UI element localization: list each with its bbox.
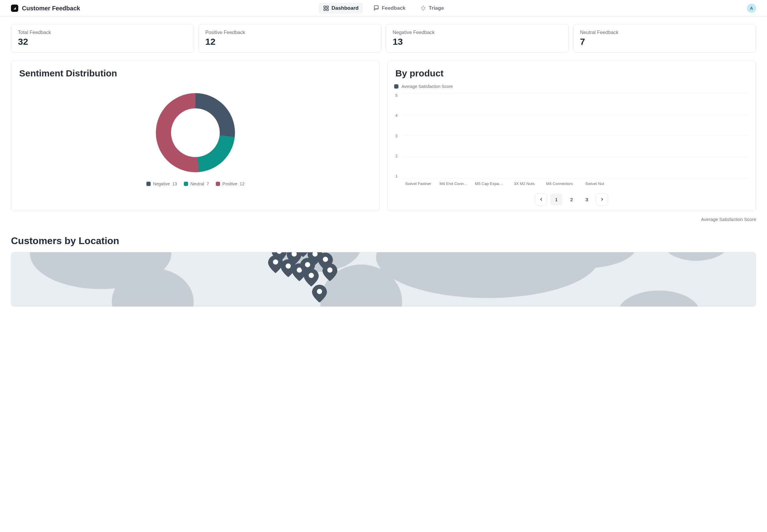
legend-count: 7 <box>207 181 209 186</box>
x-tick-label: M5 Cap Expa… <box>474 181 504 186</box>
page-number-button[interactable]: 1 <box>550 193 562 205</box>
stat-neutral-feedback: Neutral Feedback 7 <box>573 24 756 53</box>
tab-dashboard[interactable]: Dashboard <box>319 3 363 14</box>
donut <box>156 93 235 172</box>
legend-count: 12 <box>240 181 245 186</box>
chevron-right-icon <box>600 197 604 202</box>
svg-point-20 <box>305 262 310 267</box>
legend-swatch <box>146 182 151 186</box>
stat-value: 32 <box>18 37 187 47</box>
x-tick-label: 3X M2 Nuts <box>509 181 539 186</box>
legend-label: Positive <box>222 181 237 186</box>
bars <box>402 93 749 178</box>
svg-point-25 <box>327 268 332 273</box>
y-tick: 1 <box>395 174 398 178</box>
chevron-left-icon <box>539 197 544 202</box>
tab-label: Feedback <box>382 5 405 11</box>
brand: Customer Feedback <box>11 5 80 12</box>
main-tabs: Dashboard Feedback Triage <box>319 3 448 14</box>
legend-label: Average Satisfaction Score <box>401 84 453 89</box>
world-map <box>11 252 756 306</box>
stat-label: Negative Feedback <box>393 30 562 35</box>
x-tick-label: M4 Connectors <box>544 181 575 186</box>
plot-area <box>402 93 749 178</box>
legend-item: Negative13 <box>146 181 177 186</box>
x-tick-label: M4 End Conn… <box>438 181 469 186</box>
stat-label: Positive Feedback <box>205 30 375 35</box>
svg-rect-3 <box>327 9 328 11</box>
stat-value: 13 <box>393 37 562 47</box>
x-tick-label: Swivel Nut <box>580 181 610 186</box>
tab-triage[interactable]: Triage <box>416 3 448 14</box>
avatar-initial: A <box>750 6 753 11</box>
chat-icon <box>373 5 379 11</box>
x-axis-labels: Swivel FastnerM4 End Conn…M5 Cap Expa…3X… <box>402 178 749 186</box>
stat-label: Total Feedback <box>18 30 187 35</box>
panel-title: Sentiment Distribution <box>19 68 372 79</box>
legend-label: Negative <box>153 181 170 186</box>
legend-item: Neutral7 <box>184 181 209 186</box>
app-title: Customer Feedback <box>22 5 80 12</box>
svg-point-16 <box>285 263 291 268</box>
stat-positive-feedback: Positive Feedback 12 <box>198 24 382 53</box>
by-product-panel: By product Average Satisfaction Score 54… <box>387 61 756 211</box>
panel-row: Sentiment Distribution Negative13Neutral… <box>11 61 756 211</box>
map-card[interactable] <box>11 252 756 307</box>
y-tick: 3 <box>395 134 398 138</box>
app-header: Customer Feedback Dashboard Feedback Tri… <box>0 0 767 17</box>
legend-swatch <box>184 182 188 186</box>
dashboard-icon <box>323 5 329 11</box>
svg-point-23 <box>317 289 322 294</box>
app-logo <box>11 5 18 12</box>
sentiment-panel: Sentiment Distribution Negative13Neutral… <box>11 61 380 211</box>
legend-label: Neutral <box>191 181 204 186</box>
stat-total-feedback: Total Feedback 32 <box>11 24 194 53</box>
legend-swatch <box>216 182 220 186</box>
tab-label: Dashboard <box>331 5 359 11</box>
svg-point-24 <box>323 257 328 262</box>
main-content: Total Feedback 32 Positive Feedback 12 N… <box>0 17 767 314</box>
tab-label: Triage <box>429 5 444 11</box>
svg-rect-2 <box>324 9 326 11</box>
legend-count: 13 <box>172 181 177 186</box>
svg-point-21 <box>309 273 314 278</box>
x-tick-label: Swivel Fastner <box>403 181 433 186</box>
user-avatar[interactable]: A <box>747 4 756 13</box>
y-tick: 4 <box>395 113 398 118</box>
stat-value: 7 <box>580 37 749 47</box>
sparkle-icon <box>420 5 426 11</box>
sentiment-legend: Negative13Neutral7Positive12 <box>146 181 244 186</box>
stat-cards: Total Feedback 32 Positive Feedback 12 N… <box>11 24 756 53</box>
y-tick: 5 <box>395 93 398 98</box>
svg-rect-1 <box>327 6 328 8</box>
svg-rect-0 <box>324 6 326 8</box>
legend-item: Positive12 <box>216 181 245 186</box>
footer-note: Average Satisfaction Score <box>11 217 756 222</box>
logo-icon <box>12 6 17 11</box>
page-prev-button[interactable] <box>535 193 547 205</box>
stat-value: 12 <box>205 37 375 47</box>
donut-chart: Negative13Neutral7Positive12 <box>18 84 373 189</box>
bar-chart-pagination: 123 <box>394 193 749 205</box>
page-number-button[interactable]: 3 <box>581 193 593 205</box>
bar-chart: 54321 Swivel FastnerM4 End Conn…M5 Cap E… <box>394 93 749 186</box>
customers-by-location-title: Customers by Location <box>11 235 756 247</box>
panel-title: By product <box>395 68 748 79</box>
page-next-button[interactable] <box>596 193 608 205</box>
y-tick: 2 <box>395 154 398 158</box>
tab-feedback[interactable]: Feedback <box>369 3 410 14</box>
stat-label: Neutral Feedback <box>580 30 749 35</box>
legend-swatch <box>394 84 398 89</box>
stat-negative-feedback: Negative Feedback 13 <box>386 24 569 53</box>
page-number-button[interactable]: 2 <box>566 193 578 205</box>
svg-point-15 <box>273 259 278 264</box>
bar-legend: Average Satisfaction Score <box>394 84 749 89</box>
y-axis: 54321 <box>394 93 399 178</box>
